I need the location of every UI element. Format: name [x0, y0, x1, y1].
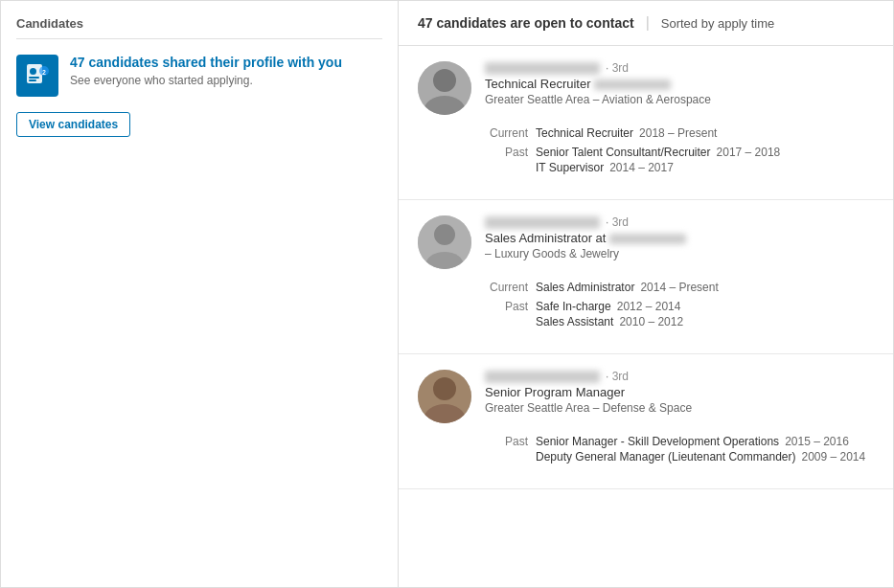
exp-role: Senior Talent Consultant/Recruiter	[536, 146, 711, 159]
avatar-image	[418, 215, 471, 269]
candidate-item: · 3rd Senior Program Manager Greater Sea…	[399, 354, 893, 489]
candidate-info: · 3rd Sales Administrator at – Luxury Go…	[485, 215, 874, 260]
left-panel: Candidates 2 47 candidates shared their …	[1, 1, 399, 587]
degree-badge: · 3rd	[606, 370, 629, 383]
exp-label: Current	[485, 126, 528, 142]
candidate-location: Greater Seattle Area – Aviation & Aerosp…	[485, 93, 874, 106]
exp-role: Technical Recruiter	[536, 126, 633, 140]
exp-row: Current Technical Recruiter 2018 – Prese…	[485, 126, 874, 142]
exp-line: Sales Administrator 2014 – Present	[536, 281, 874, 294]
exp-details: Technical Recruiter 2018 – Present	[536, 126, 874, 142]
candidate-location: – Luxury Goods & Jewelry	[485, 247, 874, 260]
svg-point-10	[434, 224, 455, 245]
candidates-list: · 3rd Technical Recruiter Greater Seattl…	[399, 46, 893, 489]
exp-years: 2014 – 2017	[609, 161, 674, 174]
candidate-experience: Current Technical Recruiter 2018 – Prese…	[418, 126, 874, 176]
candidate-count-label: 47 candidates are open to contact	[418, 15, 634, 31]
exp-years: 2017 – 2018	[717, 146, 781, 159]
exp-label: Current	[485, 281, 528, 296]
candidate-top: · 3rd Sales Administrator at – Luxury Go…	[418, 215, 874, 269]
exp-label: Past	[485, 300, 528, 330]
promo-text: 47 candidates shared their profile with …	[70, 55, 342, 87]
promo-subtext: See everyone who started applying.	[70, 74, 342, 87]
candidate-name-row: · 3rd	[485, 370, 874, 383]
view-candidates-button[interactable]: View candidates	[16, 112, 130, 137]
exp-years: 2014 – Present	[640, 281, 718, 294]
candidate-experience: Past Senior Manager - Skill Development …	[418, 435, 874, 465]
exp-line: IT Supervisor 2014 – 2017	[536, 161, 874, 174]
exp-details: Senior Talent Consultant/Recruiter 2017 …	[536, 146, 874, 176]
candidate-info: · 3rd Senior Program Manager Greater Sea…	[485, 370, 874, 415]
svg-text:2: 2	[42, 69, 46, 76]
candidate-name-row: · 3rd	[485, 61, 874, 75]
candidate-item: · 3rd Technical Recruiter Greater Seattl…	[399, 46, 893, 200]
exp-years: 2012 – 2014	[617, 300, 681, 313]
avatar-image	[418, 61, 471, 115]
exp-row: Past Safe In-charge 2012 – 2014 Sales As…	[485, 300, 874, 330]
exp-details: Sales Administrator 2014 – Present	[536, 281, 874, 296]
candidates-icon: 2	[16, 55, 58, 97]
sort-label: Sorted by apply time	[661, 16, 775, 31]
exp-line: Safe In-charge 2012 – 2014	[536, 300, 874, 313]
candidate-top: · 3rd Technical Recruiter Greater Seattl…	[418, 61, 874, 115]
exp-row: Past Senior Manager - Skill Development …	[485, 435, 874, 465]
exp-line: Sales Assistant 2010 – 2012	[536, 315, 874, 328]
candidate-experience: Current Sales Administrator 2014 – Prese…	[418, 281, 874, 330]
company-blur	[609, 234, 686, 244]
exp-years: 2010 – 2012	[619, 315, 683, 328]
candidate-item: · 3rd Sales Administrator at – Luxury Go…	[399, 200, 893, 354]
exp-line: Deputy General Manager (Lieutenant Comma…	[536, 450, 874, 464]
degree-badge: · 3rd	[606, 215, 629, 229]
candidate-info: · 3rd Technical Recruiter Greater Seattl…	[485, 61, 874, 106]
candidate-title: Sales Administrator at	[485, 231, 874, 245]
exp-role: Sales Administrator	[536, 281, 634, 294]
exp-details: Safe In-charge 2012 – 2014 Sales Assista…	[536, 300, 874, 330]
candidate-title: Senior Program Manager	[485, 385, 874, 399]
svg-rect-2	[29, 77, 39, 79]
avatar	[418, 370, 471, 423]
candidate-title: Technical Recruiter	[485, 77, 874, 91]
candidate-name-row: · 3rd	[485, 215, 874, 229]
exp-role: IT Supervisor	[536, 161, 604, 174]
svg-rect-1	[30, 68, 36, 75]
exp-role: Senior Manager - Skill Development Opera…	[536, 435, 779, 448]
exp-line: Senior Manager - Skill Development Opera…	[536, 435, 874, 448]
exp-role: Safe In-charge	[536, 300, 611, 313]
header-divider: |	[646, 14, 650, 32]
avatar	[418, 215, 471, 269]
exp-line: Senior Talent Consultant/Recruiter 2017 …	[536, 146, 874, 159]
candidate-name-blur	[485, 62, 600, 75]
exp-role: Deputy General Manager (Lieutenant Comma…	[536, 450, 795, 464]
promo-box: 2 47 candidates shared their profile wit…	[16, 55, 382, 97]
main-container: Candidates 2 47 candidates shared their …	[0, 0, 894, 588]
candidate-name-blur	[485, 371, 600, 383]
exp-label: Past	[485, 435, 528, 465]
exp-details: Senior Manager - Skill Development Opera…	[536, 435, 874, 465]
candidate-location: Greater Seattle Area – Defense & Space	[485, 401, 874, 415]
exp-years: 2018 – Present	[639, 126, 717, 140]
svg-point-13	[433, 377, 456, 400]
candidates-svg-icon: 2	[24, 62, 51, 89]
exp-label: Past	[485, 146, 528, 176]
exp-years: 2015 – 2016	[785, 435, 849, 448]
promo-heading: 47 candidates shared their profile with …	[70, 55, 342, 70]
svg-rect-3	[29, 79, 36, 81]
right-header: 47 candidates are open to contact | Sort…	[399, 1, 893, 46]
svg-point-7	[433, 69, 456, 92]
company-blur	[594, 79, 671, 90]
avatar	[418, 61, 471, 115]
exp-line: Technical Recruiter 2018 – Present	[536, 126, 874, 140]
candidate-top: · 3rd Senior Program Manager Greater Sea…	[418, 370, 874, 423]
exp-row: Current Sales Administrator 2014 – Prese…	[485, 281, 874, 296]
exp-row: Past Senior Talent Consultant/Recruiter …	[485, 146, 874, 176]
exp-years: 2009 – 2014	[801, 450, 865, 464]
right-panel: 47 candidates are open to contact | Sort…	[399, 1, 893, 587]
degree-badge: · 3rd	[606, 61, 629, 75]
candidate-name-blur	[485, 216, 600, 229]
avatar-image	[418, 370, 471, 423]
section-title: Candidates	[16, 16, 382, 39]
exp-role: Sales Assistant	[536, 315, 613, 328]
